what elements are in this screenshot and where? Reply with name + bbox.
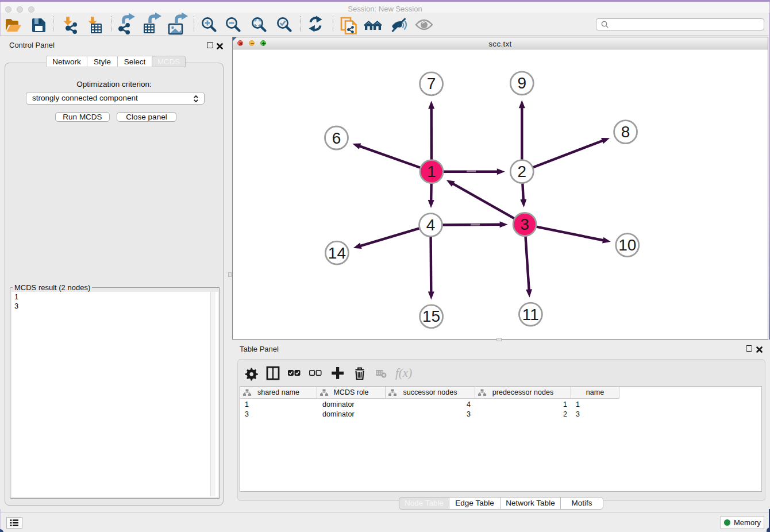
svg-text:6: 6	[332, 129, 341, 147]
svg-text:10: 10	[618, 236, 636, 254]
svg-text:11: 11	[522, 306, 539, 323]
svg-text:15: 15	[422, 307, 440, 325]
svg-text:7: 7	[427, 75, 436, 92]
svg-text:9: 9	[518, 74, 527, 92]
svg-text:4: 4	[426, 216, 436, 234]
svg-text:2: 2	[518, 163, 527, 180]
svg-text:3: 3	[520, 215, 529, 233]
svg-text:14: 14	[328, 244, 346, 262]
svg-text:f(x): f(x)	[395, 366, 412, 380]
svg-text:8: 8	[621, 123, 630, 141]
svg-text:1: 1	[427, 163, 436, 180]
